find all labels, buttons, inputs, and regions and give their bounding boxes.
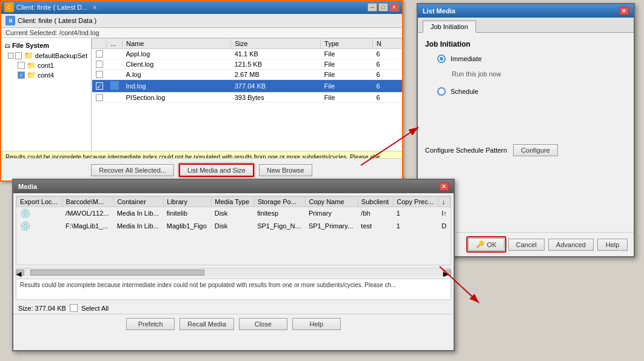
recall-media-button[interactable]: Recall Media: [179, 318, 234, 330]
file-n-alog: 6: [373, 70, 403, 80]
scroll-left-btn[interactable]: ◀: [16, 270, 24, 276]
content-area: 🗂 File System - 📁 defaultBackupSet 📁 con…: [1, 38, 403, 151]
table-row[interactable]: Client.log 121.5 KB File 6: [92, 59, 403, 70]
row-checkbox-alog[interactable]: [96, 71, 103, 78]
media-size-bar: Size: 377.04 KB Select All: [13, 302, 454, 314]
recover-all-selected-button[interactable]: Recover All Selected...: [91, 164, 174, 176]
tree-toggle-defaultbackupset[interactable]: -: [8, 53, 13, 59]
ok-label: OK: [487, 241, 497, 248]
col-subclient: Subclient: [358, 197, 393, 207]
radio-schedule[interactable]: [437, 87, 446, 96]
tab-job-initiation[interactable]: Job Initiation: [423, 21, 476, 33]
checkbox-cont1[interactable]: [18, 62, 25, 69]
table-row[interactable]: Appl.log 41.1 KB File 6: [92, 49, 403, 59]
advanced-button[interactable]: Advanced: [548, 239, 594, 251]
col-media-type: Media Type: [212, 197, 254, 207]
col-copy-prec: Copy Prec...: [394, 197, 438, 207]
row-checkbox-pisection[interactable]: [96, 94, 103, 101]
media-size-label: Size: 377.04 KB: [18, 305, 66, 312]
list-media-size-button[interactable]: List Media and Size: [179, 164, 254, 177]
file-table-header: ... Name Size Type N: [92, 39, 403, 49]
close-button[interactable]: ✕: [389, 3, 399, 12]
row-checkbox-appl[interactable]: [96, 50, 103, 58]
file-size-alog: 2.67 MB: [231, 70, 321, 80]
col-copy-name: Copy Name: [306, 197, 358, 207]
prefetch-button[interactable]: Prefetch: [126, 318, 175, 330]
radio-item-schedule[interactable]: Schedule: [437, 87, 626, 96]
media-row2-subclient: test: [358, 220, 393, 233]
file-n-indlog: 6: [373, 80, 403, 93]
configure-button[interactable]: Configure: [513, 144, 558, 156]
row-checkbox-client[interactable]: [96, 61, 103, 68]
radio-immediate[interactable]: [437, 55, 446, 63]
col-header-type: Type: [321, 39, 373, 49]
col-header-name: Name: [122, 39, 231, 49]
file-system-icon: 🗂: [4, 42, 10, 49]
col-storage-po: Storage Po...: [254, 197, 306, 207]
file-size-client: 121.5 KB: [231, 59, 321, 70]
file-type-appl: File: [321, 49, 373, 59]
table-row[interactable]: A.log 2.67 MB File 6: [92, 70, 403, 80]
file-size-indlog: 377.04 KB: [231, 80, 321, 93]
col-library: Library: [164, 197, 212, 207]
media-row1-container: Media In Lib...: [114, 207, 164, 220]
media-row-1[interactable]: 💿 /MAVOL/112... Media In Lib... finiteli…: [17, 207, 451, 220]
media-help-button[interactable]: Help: [292, 318, 341, 330]
media-row2-col10: D: [438, 220, 450, 233]
col-export-loc: Export Loc...: [17, 197, 63, 207]
col-scroll: ↓: [438, 197, 450, 207]
row-checkbox-indlog[interactable]: ✓: [96, 82, 103, 90]
media-dialog-close-button[interactable]: ✕: [439, 182, 449, 191]
media-row1-type: Disk: [212, 207, 254, 220]
window-buttons: ─ □ ✕: [367, 3, 399, 12]
scroll-thumb[interactable]: [30, 270, 204, 276]
radio-item-immediate[interactable]: Immediate: [437, 55, 626, 63]
checkbox-defaultbackupset[interactable]: [15, 52, 22, 59]
table-row-selected[interactable]: ✓ Ind.log 377.04 KB File 6: [92, 80, 403, 93]
media-close-button[interactable]: Close: [239, 318, 287, 330]
checkbox-cont4[interactable]: [18, 71, 25, 79]
file-n-appl: 6: [373, 49, 403, 59]
media-row1-barcode: /MAVOL/112...: [62, 207, 114, 220]
select-all-checkbox[interactable]: [70, 304, 78, 312]
media-table-wrapper: Export Loc... Barcode\M... Container Lib…: [16, 196, 451, 265]
run-this-job-label: Run this job now: [452, 70, 626, 78]
radio-schedule-label: Schedule: [451, 88, 478, 95]
folder-icon-cont4: 📁: [27, 71, 36, 79]
media-row1-col10: I↑: [438, 207, 450, 220]
file-panel: ... Name Size Type N Appl.log 41.1 KB Fi…: [92, 38, 403, 151]
media-row1-copyprec: 1: [394, 207, 438, 220]
media-dialog: Media ✕ Export Loc... Barcode\M... Conta…: [12, 179, 455, 351]
col-header-check: [92, 39, 107, 49]
main-window-title: Client: finite ( Latest D...: [16, 4, 87, 11]
new-browse-button[interactable]: New Browse: [259, 164, 312, 176]
tree-label-cont1: cont1: [38, 62, 54, 69]
cancel-button[interactable]: Cancel: [508, 239, 545, 251]
main-button-bar: Recover All Selected... List Media and S…: [1, 158, 403, 181]
table-row[interactable]: PISection.log 393 Bytes File 6: [92, 93, 403, 103]
col-container: Container: [114, 197, 164, 207]
media-horizontal-scrollbar[interactable]: ◀ ▶: [16, 268, 451, 276]
media-row2-type: Disk: [212, 220, 254, 233]
ok-icon: 🔑: [476, 240, 485, 248]
job-initiation-section-title: Job Initiation: [425, 40, 626, 48]
minimize-button[interactable]: ─: [367, 3, 377, 12]
client-info: Client: finite ( Latest Data ): [18, 17, 96, 24]
col-header-dots: ...: [107, 39, 122, 49]
select-all-label: Select All: [81, 305, 109, 312]
tree-label-defaultbackupset: defaultBackupSet: [35, 52, 87, 59]
scroll-right-btn[interactable]: ▶: [443, 270, 451, 276]
file-n-client: 6: [373, 59, 403, 70]
help-button[interactable]: Help: [597, 239, 628, 251]
ok-button[interactable]: 🔑 OK: [468, 238, 505, 251]
list-media-close-button[interactable]: ✕: [619, 7, 629, 15]
col-header-size: Size: [231, 39, 321, 49]
tree-item-cont1[interactable]: 📁 cont1: [3, 61, 89, 70]
maximize-button[interactable]: □: [378, 3, 388, 12]
close-tab-icon[interactable]: ✕: [92, 4, 97, 11]
tree-item-cont4[interactable]: 📁 cont4: [3, 70, 89, 80]
tree-item-defaultbackupset[interactable]: - 📁 defaultBackupSet: [3, 50, 89, 61]
file-n-pisection: 6: [373, 93, 403, 103]
media-row-2[interactable]: 💿 F:\MagLib1_... Media In Lib... Maglib1…: [17, 220, 451, 233]
media-table-header: Export Loc... Barcode\M... Container Lib…: [17, 197, 451, 207]
